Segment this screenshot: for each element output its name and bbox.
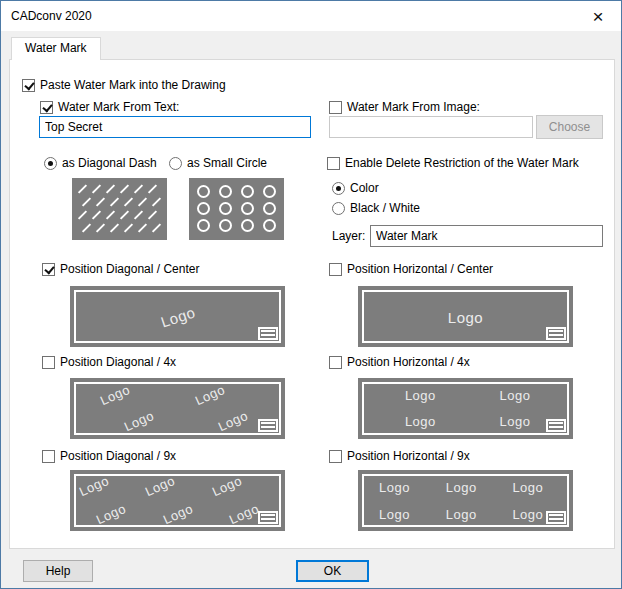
dash-mark [82,223,91,232]
layer-input[interactable] [370,225,603,247]
position-diagonal-9x-checkbox[interactable]: Position Diagonal / 9x [42,448,176,464]
titlebar: CADconv 2020 × [1,1,621,31]
circle-mark [241,219,254,232]
dash-mark [152,223,161,232]
circle-mark [219,202,232,215]
tab-page-water-mark: Paste Water Mark into the Drawing Water … [9,59,615,549]
circle-mark [263,219,276,232]
checkbox-label: Position Diagonal / 9x [60,450,176,463]
logo-watermark-text: Logo [379,506,410,521]
watermark-image-input[interactable] [329,116,533,138]
circle-mark [197,185,210,198]
radio-as-diagonal-dash[interactable]: as Diagonal Dash [44,155,157,171]
radio-black-white[interactable]: Black / White [332,200,420,216]
checkbox-indicator [329,263,342,276]
radio-indicator [44,157,57,170]
checkbox-label: Water Mark From Image: [347,101,480,114]
logo-watermark-text: Logo [405,413,436,428]
logo-watermark-text: Logo [499,413,530,428]
radio-indicator [169,157,182,170]
checkbox-indicator [42,263,55,276]
preview-frame [362,382,569,435]
checkbox-label: Position Diagonal / Center [60,263,199,276]
checkbox-label: Position Horizontal / 4x [347,356,470,369]
radio-color[interactable]: Color [332,180,379,196]
logo-watermark-text: Logo [448,308,483,325]
checkbox-label: Position Diagonal / 4x [60,356,176,369]
position-diagonal-4x-checkbox[interactable]: Position Diagonal / 4x [42,354,176,370]
watermark-text-input[interactable] [39,116,311,138]
dash-mark [96,197,105,206]
position-horizontal-4x-preview: LogoLogoLogoLogo [358,378,573,439]
position-horizontal-9x-checkbox[interactable]: Position Horizontal / 9x [329,448,470,464]
titleblock-icon [258,327,278,340]
paste-watermark-checkbox[interactable]: Paste Water Mark into the Drawing [22,77,226,93]
close-icon: × [592,7,603,26]
dash-mark [106,184,115,193]
dash-mark [110,223,119,232]
radio-indicator [332,182,345,195]
checkbox-label: Water Mark From Text: [58,101,179,114]
position-diagonal-9x-preview: LogoLogoLogoLogoLogoLogo [70,470,285,531]
dash-mark [134,184,143,193]
checkbox-label: Enable Delete Restriction of the Water M… [345,157,579,170]
choose-button[interactable]: Choose [536,115,603,139]
checkbox-label: Position Horizontal / Center [347,263,493,276]
tab-water-mark[interactable]: Water Mark [11,37,101,60]
dash-mark [148,184,157,193]
position-horizontal-center-checkbox[interactable]: Position Horizontal / Center [329,261,493,277]
circle-mark [241,185,254,198]
radio-as-small-circle[interactable]: as Small Circle [169,155,267,171]
diagonal-dash-preview [72,178,167,240]
circle-mark [197,202,210,215]
logo-watermark-text: Logo [446,480,477,495]
logo-watermark-text: Logo [512,480,543,495]
dash-mark [134,210,143,219]
window-title: CADconv 2020 [11,9,92,23]
logo-watermark-text: Logo [379,480,410,495]
circle-mark [241,202,254,215]
ok-button[interactable]: OK [296,560,369,582]
circle-mark [263,185,276,198]
circle-mark [197,219,210,232]
radio-label: as Diagonal Dash [62,157,157,170]
radio-label: Black / White [350,202,420,215]
dash-mark [78,210,87,219]
dash-mark [110,197,119,206]
radio-indicator [332,202,345,215]
help-button[interactable]: Help [23,560,93,582]
dash-mark [92,184,101,193]
circle-mark [219,185,232,198]
titleblock-icon [546,511,566,524]
dash-mark [120,210,129,219]
checkbox-indicator [42,356,55,369]
logo-watermark-text: Logo [512,506,543,521]
position-horizontal-4x-checkbox[interactable]: Position Horizontal / 4x [329,354,470,370]
dash-mark [82,197,91,206]
watermark-from-image-checkbox[interactable]: Water Mark From Image: [329,99,480,115]
position-diagonal-center-preview: Logo [70,286,285,347]
titleblock-icon [546,327,566,340]
watermark-from-text-checkbox[interactable]: Water Mark From Text: [40,99,179,115]
dash-mark [96,223,105,232]
delete-restriction-checkbox[interactable]: Enable Delete Restriction of the Water M… [327,155,579,171]
logo-watermark-text: Logo [405,388,436,403]
dash-mark [106,210,115,219]
cadconv-dialog: CADconv 2020 × Water Mark Paste Water Ma… [0,0,622,589]
checkbox-indicator [22,79,35,92]
position-diagonal-center-checkbox[interactable]: Position Diagonal / Center [42,261,199,277]
circle-mark [219,219,232,232]
small-circle-preview [189,178,284,240]
checkbox-indicator [40,101,53,114]
dash-mark [78,184,87,193]
dash-mark [138,197,147,206]
radio-label: as Small Circle [187,157,267,170]
titleblock-icon [546,419,566,432]
position-horizontal-9x-preview: LogoLogoLogoLogoLogoLogo [358,470,573,531]
checkbox-indicator [329,356,342,369]
dash-mark [124,223,133,232]
dash-mark [152,197,161,206]
checkbox-label: Position Horizontal / 9x [347,450,470,463]
close-button[interactable]: × [575,1,621,31]
dash-mark [120,184,129,193]
